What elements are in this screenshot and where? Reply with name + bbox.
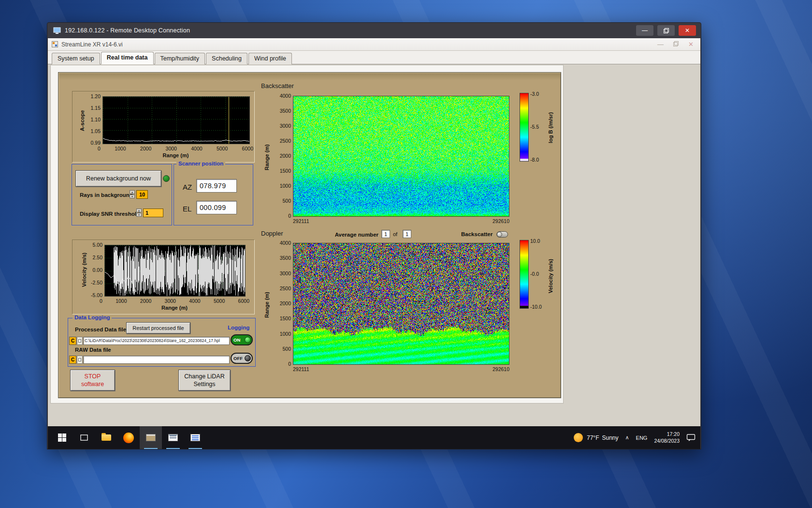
vi-front-panel-area: Backscatter Doppler A-scope 1.201.151.10… xyxy=(50,65,564,403)
app-restore-button[interactable] xyxy=(673,41,679,48)
el-label: EL xyxy=(183,205,191,213)
doppler-y-tick-labels: 40003500300025002000150010005000 xyxy=(272,240,291,367)
tab-real-time-data[interactable]: Real time data xyxy=(101,52,154,64)
streamline-app-icon xyxy=(146,434,156,441)
chevron-up-icon[interactable]: ∧ xyxy=(625,434,629,441)
doppler-colorbar-label: Velocity (m/s) xyxy=(548,248,554,305)
backscatter-x-tick-labels: 292111292610 xyxy=(293,218,509,224)
raw-logging-toggle[interactable]: OFF xyxy=(231,353,253,364)
app-close-button[interactable]: ✕ xyxy=(688,41,694,48)
rays-spinner[interactable]: ▲▼ xyxy=(130,190,135,199)
processed-logging-toggle[interactable]: ON xyxy=(231,334,253,345)
remote-session-desktop: StreamLine XR v14-6.vi — ✕ System setup … xyxy=(48,38,700,449)
backscatter-colorbar xyxy=(520,93,529,162)
data-logging-title: Data Logging xyxy=(72,314,112,320)
el-value-field: 000.099 xyxy=(196,201,237,214)
restore-icon xyxy=(664,28,669,33)
backscatter-section-title: Backscatter xyxy=(261,82,294,90)
tab-wind-profile[interactable]: Wind profile xyxy=(248,53,292,64)
front-panel: Backscatter Doppler A-scope 1.201.151.10… xyxy=(58,72,561,398)
rdp-window-title: 192.168.0.122 - Remote Desktop Connectio… xyxy=(65,27,190,34)
ascope-x-tick-labels: 0100020003000400050006000 xyxy=(98,146,253,151)
rdp-minimize-button[interactable]: — xyxy=(636,25,653,36)
scanner-position-title: Scanner position xyxy=(176,161,225,166)
tab-bar: System setup Real time data Temp/humidit… xyxy=(48,51,700,64)
remote-desktop-icon xyxy=(53,27,61,34)
switch-knob-icon xyxy=(497,232,502,237)
change-lidar-settings-button[interactable]: Change LiDARSettings xyxy=(178,370,231,391)
app-titlebar[interactable]: StreamLine XR v14-6.vi — ✕ xyxy=(48,38,700,51)
file-explorer-button[interactable] xyxy=(95,426,117,449)
velocity-y-tick-labels: 5.002.500.00-2.50-5.00 xyxy=(86,242,102,298)
tab-scheduling[interactable]: Scheduling xyxy=(206,53,247,64)
snr-spinner[interactable]: ▲▼ xyxy=(136,209,142,217)
logging-label: Logging xyxy=(228,325,249,330)
ascope-x-axis-label: Range (m) xyxy=(102,152,249,158)
az-label: AZ xyxy=(183,183,192,191)
scanner-position-box: Scanner position AZ 078.979 EL 000.099 xyxy=(174,164,253,225)
app-minimize-button[interactable]: — xyxy=(657,41,664,48)
rdp-window: 192.168.0.122 - Remote Desktop Connectio… xyxy=(47,22,701,449)
weather-condition: Sunny xyxy=(602,434,619,441)
backscatter-toggle-label: Backscatter xyxy=(461,231,493,237)
snr-value-field[interactable]: 1 xyxy=(143,209,163,217)
rdp-close-button[interactable]: ✕ xyxy=(679,25,696,36)
restart-processed-file-button[interactable]: Restart processed file xyxy=(126,322,190,334)
app-window-title: StreamLine XR v14-6.vi xyxy=(61,41,123,48)
task-view-icon xyxy=(80,434,88,441)
background-status-led xyxy=(163,175,170,182)
toggle-led-icon xyxy=(245,337,251,343)
backscatter-colorbar-ticks: -3.0-5.5-8.0 xyxy=(530,91,547,163)
streamline-app-button[interactable] xyxy=(140,426,162,449)
raw-data-file-label: RAW Data file xyxy=(75,347,111,353)
doppler-x-tick-labels: 292111292610 xyxy=(293,366,509,372)
firefox-icon xyxy=(123,433,134,443)
scan-schedule-app-button[interactable] xyxy=(162,426,184,449)
rdp-titlebar[interactable]: 192.168.0.122 - Remote Desktop Connectio… xyxy=(47,23,701,38)
raw-browse-icon[interactable] xyxy=(77,356,83,364)
rdp-restore-button[interactable] xyxy=(657,25,675,36)
data-logging-box: Data Logging Processed Data file Restart… xyxy=(68,318,256,367)
processed-browse-icon[interactable] xyxy=(77,337,83,345)
tab-temp-humidity[interactable]: Temp/humidity xyxy=(155,53,205,64)
renew-background-button[interactable]: Renew background now xyxy=(75,170,161,187)
average-of-field: 1 xyxy=(403,230,411,238)
velocity-plot-canvas xyxy=(104,245,246,297)
tab-system-setup[interactable]: System setup xyxy=(52,53,100,64)
firefox-button[interactable] xyxy=(117,426,140,449)
spin-up-icon: ▲ xyxy=(136,209,142,212)
clock-time: 17:20 xyxy=(654,431,680,437)
ascope-plot-canvas xyxy=(102,96,250,144)
doppler-colorbar xyxy=(520,240,529,309)
start-button[interactable] xyxy=(51,426,73,449)
task-view-button[interactable] xyxy=(73,426,95,449)
raw-drive-button[interactable]: C xyxy=(69,356,76,364)
processed-path-field[interactable]: C:\LiDAR\Data\Proc\2023\202308\20230824\… xyxy=(83,337,230,345)
ascope-graph: A-scope 1.201.151.101.050.99 01000200030… xyxy=(72,91,255,163)
rays-value-field[interactable]: 10 xyxy=(136,190,148,199)
average-number-field[interactable]: 1 xyxy=(381,230,390,238)
windows-logo-icon xyxy=(58,433,66,442)
velocity-graph: Velocity (m/s) 5.002.500.00-2.50-5.00 01… xyxy=(72,239,255,314)
toggle-led-icon xyxy=(245,355,251,361)
clock[interactable]: 17:20 24/08/2023 xyxy=(654,431,680,444)
labview-vi-icon xyxy=(52,41,58,47)
background-controls-box: Renew background now Rays in background … xyxy=(72,164,172,225)
snr-threshold-label: Display SNR threshold xyxy=(80,211,140,217)
doppler-colorbar-ticks: 10.0-0.0-10.0 xyxy=(530,238,549,310)
language-indicator[interactable]: ENG xyxy=(636,435,648,441)
spin-up-icon: ▲ xyxy=(130,190,135,194)
backscatter-display-toggle[interactable] xyxy=(496,231,508,238)
weather-temperature: 77°F xyxy=(587,434,599,441)
ascope-y-axis-label: A-scope xyxy=(79,103,86,138)
action-center-button[interactable] xyxy=(686,433,696,442)
doppler-heatmap-canvas xyxy=(293,243,509,365)
processed-drive-button[interactable]: C xyxy=(69,337,76,345)
log-viewer-app-button[interactable] xyxy=(184,426,206,449)
stop-software-button[interactable]: STOPsoftware xyxy=(70,370,115,391)
doppler-y-axis-label: Range (m) xyxy=(264,278,270,331)
raw-path-field[interactable] xyxy=(83,356,230,364)
restore-icon xyxy=(673,41,679,46)
weather-widget[interactable]: 77°FSunny xyxy=(574,433,619,442)
velocity-x-axis-label: Range (m) xyxy=(104,305,245,311)
